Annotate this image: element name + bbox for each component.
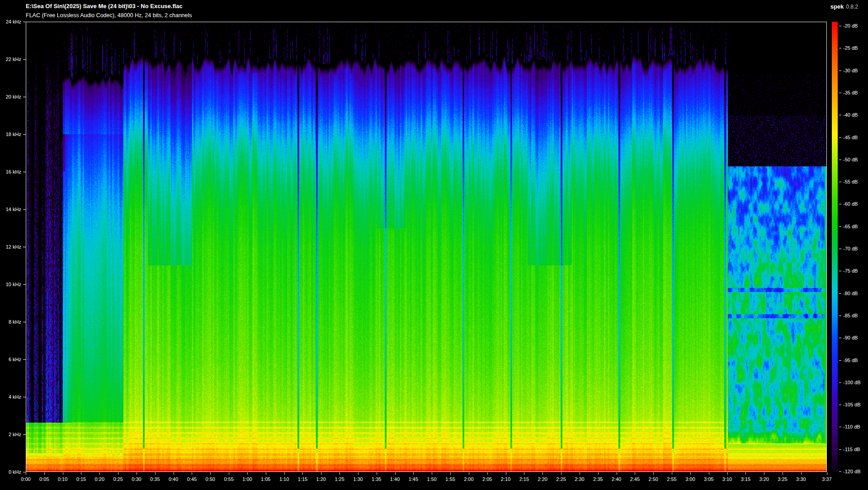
db-tick-label: -70 dB <box>843 246 858 251</box>
time-tick-label: 2:45 <box>630 476 640 482</box>
time-tick <box>709 472 709 475</box>
freq-tick <box>23 284 26 285</box>
db-tick <box>839 93 841 93</box>
db-tick-label: -120 dB <box>843 469 861 474</box>
freq-tick <box>23 209 26 210</box>
time-tick <box>229 472 229 475</box>
db-tick-label: -75 dB <box>843 268 858 273</box>
time-tick-label: 1:35 <box>372 476 381 482</box>
time-tick <box>174 472 174 475</box>
time-tick <box>63 472 63 475</box>
db-tick-label: -35 dB <box>843 90 858 95</box>
time-tick <box>617 472 617 475</box>
time-tick-label: 2:30 <box>575 476 584 482</box>
freq-tick-label: 24 kHz <box>6 19 21 24</box>
freq-tick-label: 22 kHz <box>6 57 21 62</box>
time-tick <box>192 472 192 475</box>
freq-tick <box>23 97 26 97</box>
db-tick-label: -115 dB <box>843 447 860 452</box>
db-tick <box>839 271 841 271</box>
time-tick <box>745 472 746 475</box>
time-tick <box>580 472 580 475</box>
time-tick-label: 2:55 <box>667 476 676 482</box>
freq-tick-label: 16 kHz <box>6 169 21 174</box>
time-tick-label: 3:37 <box>822 476 831 482</box>
time-tick <box>524 472 524 475</box>
db-tick-label: -50 dB <box>843 157 858 162</box>
time-tick <box>266 472 266 475</box>
spek-window: { "header": { "title": "E:\\Sea Of Sin\\… <box>0 0 868 490</box>
frequency-axis: 24 kHz22 kHz20 kHz18 kHz16 kHz14 kHz12 k… <box>0 0 23 490</box>
time-tick <box>137 472 137 475</box>
db-tick <box>839 137 841 138</box>
time-tick <box>506 472 506 475</box>
db-tick <box>839 405 841 405</box>
audio-format-info: FLAC (Free Lossless Audio Codec), 48000 … <box>26 12 192 19</box>
db-tick-label: -55 dB <box>843 179 858 184</box>
time-tick-label: 3:25 <box>778 476 787 482</box>
db-tick <box>839 249 841 249</box>
time-tick-label: 1:50 <box>427 476 437 482</box>
time-tick <box>542 472 543 475</box>
db-tick-label: -20 dB <box>843 23 858 28</box>
time-tick <box>155 472 156 475</box>
time-tick-label: 0:00 <box>21 476 30 482</box>
time-tick-label: 3:20 <box>759 476 769 482</box>
freq-tick <box>23 322 26 322</box>
time-tick <box>340 472 340 475</box>
time-tick <box>764 472 764 475</box>
time-tick-label: 3:00 <box>685 476 695 482</box>
freq-tick-label: 6 kHz <box>9 357 21 362</box>
freq-tick <box>23 134 26 135</box>
freq-tick-label: 0 kHz <box>9 469 21 475</box>
db-tick-label: -45 dB <box>843 135 858 140</box>
db-tick <box>839 316 841 316</box>
time-tick <box>783 472 783 475</box>
time-tick <box>44 472 45 475</box>
freq-tick <box>23 22 26 22</box>
time-tick-label: 0:35 <box>150 476 160 482</box>
freq-tick-label: 20 kHz <box>6 94 21 99</box>
db-tick <box>839 226 841 227</box>
time-tick-label: 1:00 <box>242 476 252 482</box>
time-tick <box>302 472 303 475</box>
db-tick <box>839 48 841 48</box>
colorbar-legend <box>832 22 838 472</box>
time-tick <box>99 472 100 475</box>
time-tick <box>469 472 469 475</box>
time-tick-label: 1:55 <box>445 476 455 482</box>
time-tick-label: 1:40 <box>390 476 400 482</box>
db-tick-label: -60 dB <box>843 201 858 207</box>
time-tick-label: 1:20 <box>316 476 326 482</box>
freq-tick <box>23 59 26 60</box>
time-tick <box>635 472 635 475</box>
time-tick-label: 0:05 <box>39 476 49 482</box>
time-tick <box>653 472 654 475</box>
time-tick-label: 2:10 <box>501 476 510 482</box>
time-tick <box>81 472 81 475</box>
db-tick <box>839 71 841 71</box>
time-tick <box>690 472 691 475</box>
db-tick <box>839 382 841 383</box>
time-tick-label: 1:10 <box>279 476 289 482</box>
freq-tick <box>23 172 26 172</box>
db-tick-label: -105 dB <box>843 402 861 407</box>
time-tick-label: 1:15 <box>298 476 307 482</box>
db-tick-label: -30 dB <box>843 68 858 73</box>
freq-tick-label: 10 kHz <box>6 282 21 287</box>
time-tick-label: 2:25 <box>556 476 566 482</box>
time-tick <box>413 472 414 475</box>
freq-tick-label: 14 kHz <box>6 207 21 212</box>
db-tick-label: -90 dB <box>843 335 858 340</box>
time-tick <box>561 472 561 475</box>
freq-tick-label: 4 kHz <box>9 394 21 400</box>
db-tick <box>839 26 841 26</box>
db-tick <box>839 360 841 361</box>
db-tick <box>839 160 841 160</box>
db-tick-label: -80 dB <box>843 291 858 296</box>
time-tick <box>247 472 248 475</box>
app-version: 0.8.2 <box>846 4 858 10</box>
time-tick-label: 3:15 <box>741 476 750 482</box>
time-tick <box>727 472 728 475</box>
db-tick <box>839 293 841 294</box>
